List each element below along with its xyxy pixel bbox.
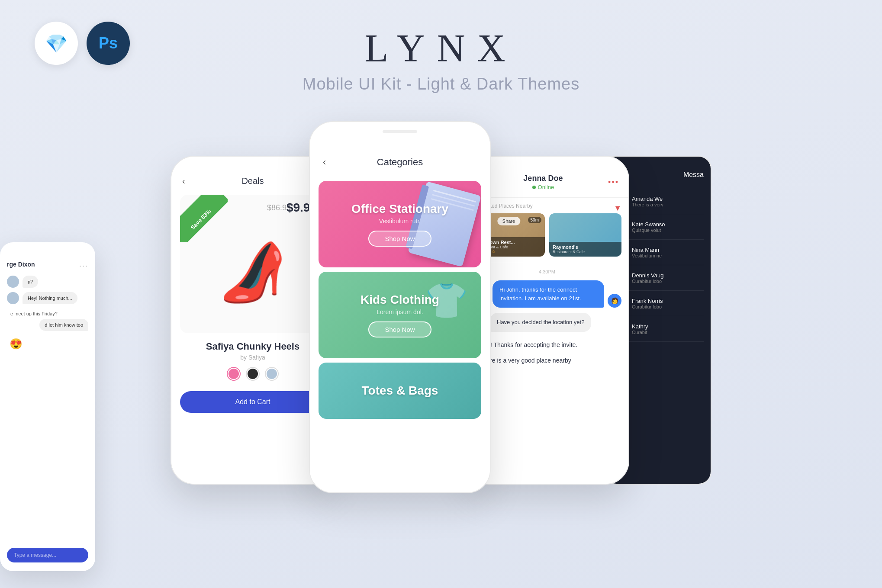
partial-chat-screen: rge Dixon ... p? Hey! Nothing much... e … xyxy=(0,242,95,571)
chat-note-1: Hey! Thanks for accepting the invite. xyxy=(473,337,621,353)
chat-note-2: There is a very good place nearby xyxy=(473,353,621,368)
office-stationary-sublabel: Vestibulum rutr. xyxy=(351,218,448,225)
page-wrapper: 💎 Ps LYNX Mobile UI Kit - Light & Dark T… xyxy=(0,0,882,588)
kids-clothing-label: Kids Clothing xyxy=(361,293,439,307)
phones-container: rge Dixon ... p? Hey! Nothing much... e … xyxy=(0,121,882,493)
share-button[interactable]: Share xyxy=(497,217,520,225)
deals-product-area: Save 83% $86.95 $9.99 👠 xyxy=(180,195,325,333)
totes-bags-card[interactable]: Totes & Bags xyxy=(319,363,481,419)
partial-chat-content: rge Dixon ... p? Hey! Nothing much... e … xyxy=(0,242,95,360)
distance-badge: 50m xyxy=(528,217,541,223)
nearby-card-2[interactable]: Raymond's Restaurant & Cafe xyxy=(549,213,621,257)
nearby-dropdown-icon[interactable]: ▼ xyxy=(614,204,621,213)
app-subtitle: Mobile UI Kit - Light & Dark Themes xyxy=(0,75,882,93)
swatch-pink[interactable] xyxy=(228,368,240,380)
received-message-1: 👤 Have you decided the location yet? xyxy=(473,313,621,332)
user-msg-3: Vestibulum ne xyxy=(632,253,662,258)
user-msg-1: There is a very xyxy=(632,202,663,207)
dark-title: Messa xyxy=(683,171,704,179)
header: LYNX Mobile UI Kit - Light & Dark Themes xyxy=(0,0,882,93)
chat-more-button[interactable]: ••• xyxy=(608,178,619,187)
tool-logos: 💎 Ps xyxy=(35,22,130,65)
msg-received-2: Hey! Nothing much... xyxy=(7,292,88,304)
swatch-black[interactable] xyxy=(247,368,259,380)
swatch-blue[interactable] xyxy=(266,368,278,380)
user-name-4: Dennis Vaug xyxy=(632,272,663,279)
categories-screen: ‹ Categories Office Stationary Vestibulu… xyxy=(310,122,490,492)
restaurant-name-2: Raymond's xyxy=(553,244,618,250)
user-msg-5: Curabitur lobo xyxy=(632,304,663,309)
chat-timestamp: 4:30PM xyxy=(473,269,621,274)
msg-received-1: p? xyxy=(7,276,88,288)
chat-status: Online xyxy=(478,184,608,190)
kids-clothing-sublabel: Lorem ipsum dol. xyxy=(361,308,439,315)
categories-title: Categories xyxy=(377,157,423,168)
chat-user-info: Jenna Doe Online xyxy=(478,174,608,190)
user-msg-2: Quisque volut xyxy=(632,228,665,233)
kids-clothing-shop-btn[interactable]: Shop Now xyxy=(368,321,431,337)
received-bubble-1: Have you decided the location yet? xyxy=(490,313,591,332)
chat-user-name: Jenna Doe xyxy=(478,174,608,183)
categories-back-button[interactable]: ‹ xyxy=(323,157,326,168)
sketch-logo: 💎 xyxy=(35,22,78,65)
deals-title: Deals xyxy=(241,176,264,186)
restaurant-type-2: Restaurant & Cafe xyxy=(553,250,618,254)
msg-sent-1: d let him know too xyxy=(7,319,88,331)
totes-bags-label: Totes & Bags xyxy=(362,384,438,398)
user-name-3: Nina Mann xyxy=(632,247,662,253)
partial-note: e meet up this Friday? xyxy=(7,308,88,319)
partial-more[interactable]: ... xyxy=(79,260,88,269)
sender-avatar: 🧑 xyxy=(608,294,621,308)
user-name-1: Amanda We xyxy=(632,196,663,202)
user-name-5: Frank Norris xyxy=(632,298,663,304)
user-name-6: Kathry xyxy=(632,323,648,330)
office-stationary-shop-btn[interactable]: Shop Now xyxy=(368,231,431,247)
office-stationary-label: Office Stationary xyxy=(351,202,448,216)
partial-username: rge Dixon xyxy=(7,261,35,268)
status-indicator xyxy=(532,186,536,189)
categories-header: ‹ Categories xyxy=(310,135,490,177)
kids-clothing-card[interactable]: 👕 Kids Clothing Lorem ipsum dol. Shop No… xyxy=(319,272,481,358)
sent-message-1: 🧑 Hi John, thanks for the connect invita… xyxy=(473,280,621,308)
office-stationary-card[interactable]: Office Stationary Vestibulum rutr. Shop … xyxy=(319,181,481,267)
app-title: LYNX xyxy=(0,26,882,71)
card-overlay-2: Raymond's Restaurant & Cafe xyxy=(549,242,621,257)
deals-back-button[interactable]: ‹ xyxy=(182,176,185,186)
photoshop-logo: Ps xyxy=(87,22,130,65)
nearby-cards: Share 50m New Town Rest... Restaurant & … xyxy=(473,213,621,257)
user-msg-6: Curabit xyxy=(632,330,648,335)
emoji-reaction: 😍 xyxy=(7,335,88,353)
user-name-2: Kate Swanso xyxy=(632,221,665,228)
send-bar[interactable]: Type a message... xyxy=(7,548,88,562)
deals-badge: Save 83% xyxy=(189,208,212,231)
sent-bubble-1: Hi John, thanks for the connect invitati… xyxy=(493,280,604,308)
center-phone: ‹ Categories Office Stationary Vestibulu… xyxy=(309,121,491,493)
shoe-image: 👠 xyxy=(218,240,288,305)
user-msg-4: Curabitur lobo xyxy=(632,279,663,284)
add-to-cart-button[interactable]: Add to Cart xyxy=(180,391,325,413)
